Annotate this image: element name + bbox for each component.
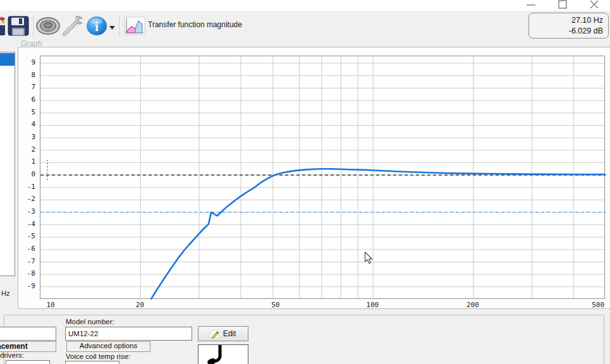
drivers-partial-label: drivers: <box>0 351 24 359</box>
save-icon[interactable] <box>8 15 30 39</box>
driver-curve-glyph <box>198 345 248 364</box>
axis-drag-grip[interactable] <box>45 160 49 182</box>
y-tick-label: 9 <box>19 58 35 66</box>
new-project-icon-partial[interactable] <box>0 15 6 39</box>
y-tick-label: 2 <box>19 145 35 154</box>
readout-frequency: 27.10 Hz <box>529 15 603 26</box>
plot-area[interactable] <box>40 56 605 299</box>
left-truncated-input[interactable] <box>0 327 56 341</box>
readout-level: -6.029 dB <box>529 26 603 37</box>
tools-wrench-icon[interactable] <box>61 15 85 40</box>
y-tick-label: 7 <box>19 83 35 91</box>
y-tick-label: -3 <box>19 207 35 215</box>
toolbar: i Transfer function magnitude 27.10 Hz -… <box>0 11 610 40</box>
plot-list-selected-item[interactable] <box>0 53 15 66</box>
y-tick-label: -2 <box>19 195 35 203</box>
y-tick-label: -5 <box>19 232 35 240</box>
y-tick-label: -7 <box>19 257 35 265</box>
y-tick-label: 3 <box>19 133 35 141</box>
y-tick-label: 4 <box>19 120 35 128</box>
x-tick-label: 50 <box>263 301 288 309</box>
maximize-button[interactable] <box>553 0 572 11</box>
x-tick-label: 100 <box>360 301 385 309</box>
cursor-readout-panel: 27.10 Hz -6.029 dB <box>528 13 609 39</box>
driver-symbol-box <box>198 344 248 364</box>
voice-coil-label: Voice coil temp rise: <box>66 353 130 360</box>
x-tick-label: 200 <box>460 301 485 309</box>
y-tick-label: 8 <box>19 71 35 79</box>
active-view-label: Transfer function magnitude <box>148 20 242 29</box>
close-button[interactable] <box>585 0 604 11</box>
y-tick-label: -9 <box>19 282 35 290</box>
edit-button-label: Edit <box>223 329 236 338</box>
y-tick-label: 5 <box>19 108 35 116</box>
y-tick-label: 1 <box>19 157 35 166</box>
plot-type-icon[interactable] <box>124 16 145 38</box>
plot-list[interactable] <box>0 52 15 276</box>
displacement-partial-box[interactable]: acement <box>0 341 56 352</box>
toolbar-separator <box>119 15 121 36</box>
y-tick-label: -8 <box>19 269 35 277</box>
x-tick-label: 500 <box>585 301 610 309</box>
title-bar <box>0 0 610 11</box>
y-tick-label: -1 <box>19 183 35 191</box>
minimize-button[interactable] <box>522 0 540 11</box>
voice-coil-input-partial[interactable] <box>65 361 119 364</box>
pencil-icon <box>210 329 220 339</box>
x-tick-label: 10 <box>38 301 63 309</box>
svg-text:i: i <box>95 20 99 33</box>
x-tick-label: 20 <box>127 301 152 309</box>
model-number-input[interactable] <box>65 327 192 341</box>
drivers-count-input-partial[interactable] <box>6 360 50 364</box>
model-number-label: Model number: <box>66 318 114 325</box>
toolbar-separator <box>34 15 35 36</box>
info-icon[interactable]: i <box>86 16 107 39</box>
y-tick-label: -6 <box>19 245 35 253</box>
mouse-cursor <box>364 252 374 268</box>
advanced-options-button[interactable]: Advanced options <box>66 341 150 352</box>
info-dropdown-arrow[interactable] <box>109 22 116 33</box>
edit-button[interactable]: Edit <box>198 326 248 341</box>
y-tick-label: 6 <box>19 95 35 104</box>
frequency-unit-label: Hz <box>1 289 9 297</box>
driver-icon[interactable] <box>36 16 61 39</box>
y-tick-label: -4 <box>19 220 35 228</box>
y-tick-label: 0 <box>19 170 35 178</box>
